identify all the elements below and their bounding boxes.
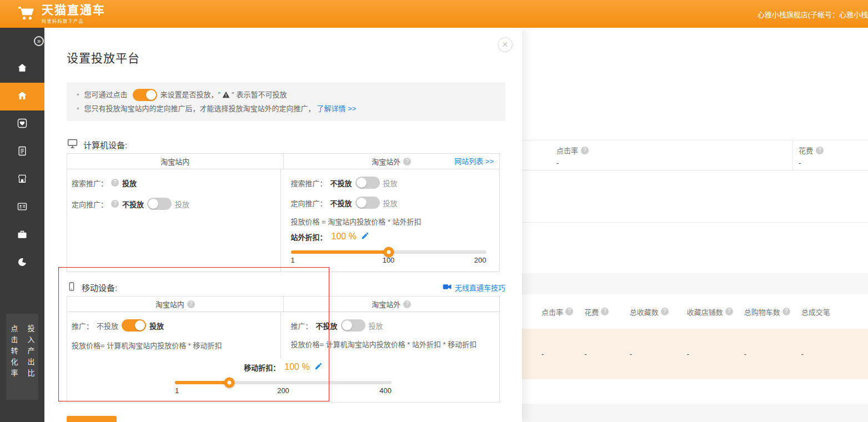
state-on: 投放 xyxy=(383,178,398,188)
storefront-icon xyxy=(17,173,28,187)
sidebar-expand-button[interactable]: » xyxy=(34,36,44,46)
save-button[interactable] xyxy=(67,416,117,422)
slider-scale: 1 200 400 xyxy=(175,386,392,396)
tip-text: 您可通过点击 xyxy=(84,88,128,102)
set-platform-modal: 设置投放平台 您可通过点击 来设置是否投放，" " 表示暂不可投放 您只有投放淘… xyxy=(50,28,522,422)
column-header: 总购物车数 xyxy=(744,307,801,317)
row-label: 定向推广： xyxy=(291,198,327,208)
tip-text: 来设置是否投放，" xyxy=(160,88,221,102)
account-name[interactable]: 心雅小栈旗舰店(子帐号：心雅小栈 xyxy=(757,9,868,19)
help-icon[interactable] xyxy=(725,308,733,315)
target-in-toggle[interactable] xyxy=(147,198,172,210)
help-icon[interactable] xyxy=(661,308,669,315)
mobile-in-cell: 推广： 不投放 投放 投放价格= 计算机淘宝站内投放价格 * 移动折扣 xyxy=(67,312,281,359)
state-on: 投放 xyxy=(122,178,137,188)
offsite-discount-row: 站外折扣： 100 % xyxy=(291,229,500,244)
row-label: 搜索推广： xyxy=(291,178,327,188)
discount-value: 100 % xyxy=(284,362,309,372)
modal-title: 设置投放平台 xyxy=(67,49,505,66)
site-list-link[interactable]: 网站列表 >> xyxy=(454,154,494,169)
scale-max: 200 xyxy=(474,256,486,264)
section-title: 移动设备: xyxy=(82,282,117,293)
sidebar: » xyxy=(0,28,44,422)
help-icon[interactable] xyxy=(565,308,573,315)
mobile-in-toggle[interactable] xyxy=(122,319,146,331)
help-icon[interactable] xyxy=(403,158,411,165)
mobile-discount-area: 移动折扣： 100 % 1 200 400 xyxy=(175,360,392,402)
toggle-knob xyxy=(357,178,367,188)
toggle-knob xyxy=(148,199,158,209)
table-row[interactable]: - - - - - - xyxy=(522,329,868,379)
help-icon[interactable] xyxy=(782,308,790,315)
close-icon[interactable] xyxy=(498,37,513,52)
state-on: 投放 xyxy=(369,320,383,331)
sidebar-item-favorites[interactable] xyxy=(0,110,44,138)
search-out-toggle[interactable] xyxy=(355,177,380,189)
edit-pencil-icon[interactable] xyxy=(314,362,323,372)
mobile-out-toggle[interactable] xyxy=(341,319,365,331)
help-icon[interactable] xyxy=(403,300,411,308)
cart-logo-icon xyxy=(17,4,37,23)
sidebar-item-home[interactable] xyxy=(0,55,44,83)
help-icon[interactable] xyxy=(816,147,824,154)
state-off: 不投放 xyxy=(122,199,144,209)
discount-value: 100 % xyxy=(332,232,357,242)
cell: - xyxy=(687,350,744,358)
tip-box: 您可通过点击 来设置是否投放，" " 表示暂不可投放 您只有投放淘宝站内的定向推… xyxy=(67,82,505,121)
stat-click-rate: 点击率 - xyxy=(522,140,792,170)
state-off: 不投放 xyxy=(316,320,338,331)
stat-label: 花费 xyxy=(799,145,813,155)
mobile-discount-slider[interactable] xyxy=(175,381,392,384)
state-off: 不投放 xyxy=(330,178,352,188)
row-label: 定向推广： xyxy=(72,199,108,209)
monitor-icon xyxy=(67,138,78,151)
column-header: 收藏店铺数 xyxy=(687,307,744,317)
target-out-toggle[interactable] xyxy=(355,197,380,209)
learn-more-link[interactable]: 了解详情 >> xyxy=(317,102,357,115)
sidebar-item-account[interactable] xyxy=(0,194,44,222)
computer-in-cell: 搜索推广： 投放 定向推广： 不投放 投放 xyxy=(67,169,281,272)
mobile-platform-table: 淘宝站内 淘宝站外 推广： 不投放 投放 投放价格= 计算机淘宝站内投放价格 *… xyxy=(67,296,500,403)
computer-section-header: 计算机设备: xyxy=(67,138,505,151)
brand-subtitle: 阿里妈妈旗下产品 xyxy=(42,18,106,24)
sidebar-item-stats[interactable] xyxy=(0,249,44,277)
tip-text: " 表示暂不可投放 xyxy=(232,88,287,102)
discount-label: 站外折扣： xyxy=(291,232,327,242)
sidebar-metric-ctr: 点击转化率 xyxy=(9,325,19,400)
wireless-tips-link[interactable]: 无线直通车技巧 xyxy=(443,282,505,293)
row-label: 搜索推广： xyxy=(72,178,108,188)
sidebar-item-reports[interactable] xyxy=(0,138,44,166)
edit-pencil-icon[interactable] xyxy=(361,232,369,242)
help-icon[interactable] xyxy=(187,300,195,308)
dashboard-table-header: 点击率 花费 总收藏数 收藏店铺数 总购物车数 总成交笔 xyxy=(522,294,868,329)
sidebar-metrics-panel: 点击转化率 投入产出比 xyxy=(6,314,38,400)
help-icon[interactable] xyxy=(111,179,119,187)
cell: - xyxy=(584,350,630,358)
offsite-discount-slider[interactable] xyxy=(291,250,486,254)
sidebar-item-shop[interactable] xyxy=(0,166,44,194)
computer-out-cell: 搜索推广： 不投放 投放 定向推广： 不投放 投放 投放价格 = 淘宝站内投放价… xyxy=(281,169,500,272)
help-icon[interactable] xyxy=(111,200,119,208)
dashboard-top-stats: 点击率 - 花费 - xyxy=(522,140,868,170)
computer-platform-table: 淘宝站内 淘宝站外 网站列表 >> 搜索推广： 投放 定向推广： 不投放 投放 xyxy=(67,153,500,272)
heart-icon xyxy=(17,118,28,131)
help-icon[interactable] xyxy=(581,147,589,154)
brand-name: 天猫直通车 xyxy=(42,4,106,16)
stat-label: 点击率 xyxy=(556,145,578,155)
sidebar-item-tools[interactable] xyxy=(0,222,44,249)
column-header: 点击率 xyxy=(522,307,584,317)
slider-scale: 1 100 200 xyxy=(291,256,486,266)
example-toggle[interactable] xyxy=(133,89,157,101)
discount-label: 移动折扣： xyxy=(244,362,280,373)
promo-row: 推广： 不投放 投放 xyxy=(72,319,280,332)
slider-fill xyxy=(175,381,229,384)
search-promo-row: 搜索推广： 投放 xyxy=(72,176,280,189)
brand-logo[interactable]: 天猫直通车 阿里妈妈旗下产品 xyxy=(17,4,106,23)
help-icon[interactable] xyxy=(601,308,609,315)
column-header-taobao-out: 淘宝站外 网站列表 >> xyxy=(284,154,500,169)
column-header-taobao-in: 淘宝站内 xyxy=(67,297,284,312)
scale-max: 400 xyxy=(379,386,392,395)
sidebar-item-campaign-active[interactable] xyxy=(0,83,44,110)
cell: - xyxy=(744,350,801,358)
video-camera-icon xyxy=(443,283,452,292)
